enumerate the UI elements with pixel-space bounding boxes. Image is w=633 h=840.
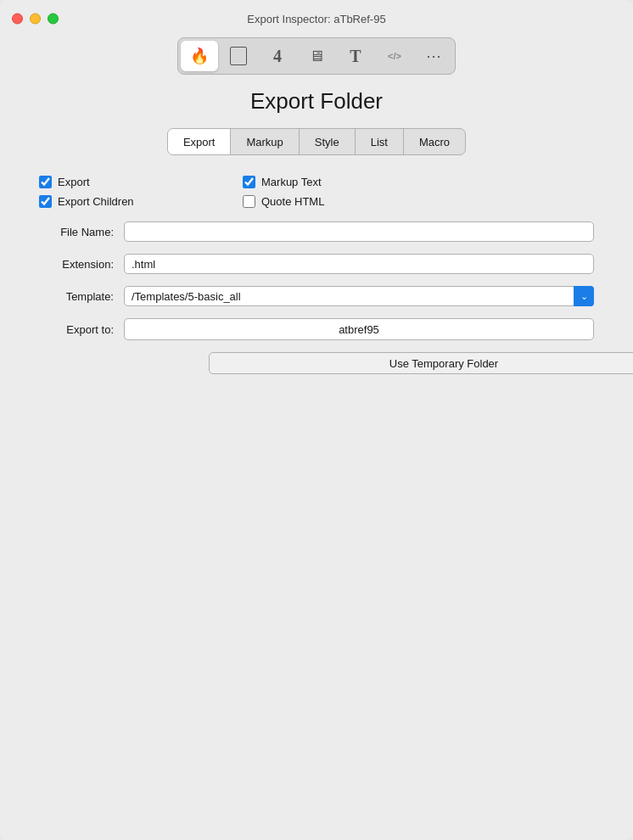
quote-html-checkbox-label[interactable]: Quote HTML	[243, 195, 324, 208]
toolbar-btn-dots[interactable]: ⋯	[415, 41, 452, 71]
tab-list[interactable]: List	[356, 129, 404, 154]
titlebar: Export Inspector: aTbRef-95	[0, 0, 633, 37]
export-to-label: Export to:	[39, 323, 124, 336]
export-checkbox[interactable]	[39, 176, 52, 188]
template-select[interactable]: /Templates/5-basic_all	[124, 286, 594, 306]
checkboxes-section: Export Export Children Markup Text Quote…	[39, 176, 594, 208]
code-icon: </>	[388, 51, 401, 61]
template-label: Template:	[39, 290, 124, 303]
tab-style[interactable]: Style	[300, 129, 356, 154]
window-title: Export Inspector: aTbRef-95	[247, 13, 385, 25]
extension-label: Extension:	[39, 258, 124, 271]
content-area: Export Export Children Markup Text Quote…	[0, 176, 633, 374]
close-button[interactable]	[12, 14, 23, 25]
minimize-button[interactable]	[30, 14, 41, 25]
checkboxes-left: Export Export Children	[39, 176, 209, 208]
markup-text-checkbox-label[interactable]: Markup Text	[243, 176, 324, 188]
toolbar-btn-text[interactable]: T	[337, 41, 374, 71]
flame-icon: 🔥	[190, 47, 209, 65]
temp-folder-row: Use Temporary Folder	[124, 352, 594, 374]
page-icon	[230, 47, 247, 65]
export-to-row: Export to: atbref95	[39, 318, 594, 340]
toolbar-btn-code[interactable]: </>	[376, 41, 413, 71]
toolbar-btn-page[interactable]	[220, 41, 257, 71]
file-name-input[interactable]	[124, 221, 594, 242]
toolbar: 🔥 4 🖥 T </> ⋯	[177, 37, 456, 75]
export-children-checkbox[interactable]	[39, 195, 52, 208]
export-checkbox-label[interactable]: Export	[39, 176, 209, 188]
tab-markup[interactable]: Markup	[231, 129, 299, 154]
text-icon: T	[350, 47, 361, 66]
markup-text-checkbox-text: Markup Text	[261, 176, 322, 188]
quote-html-checkbox-text: Quote HTML	[261, 195, 324, 208]
monitor-icon: 🖥	[309, 48, 324, 65]
toolbar-btn-flame[interactable]: 🔥	[181, 41, 218, 71]
tab-bar: Export Markup Style List Macro	[167, 128, 466, 155]
toolbar-btn-four[interactable]: 4	[259, 41, 296, 71]
four-icon: 4	[273, 47, 282, 66]
toolbar-btn-monitor[interactable]: 🖥	[298, 41, 335, 71]
tab-macro[interactable]: Macro	[404, 129, 465, 154]
export-to-field[interactable]: atbref95	[124, 318, 594, 340]
page-title: Export Folder	[250, 88, 383, 115]
export-checkbox-text: Export	[58, 176, 90, 188]
template-row: Template: /Templates/5-basic_all ⌄	[39, 286, 594, 306]
export-children-checkbox-label[interactable]: Export Children	[39, 195, 209, 208]
template-select-wrapper: /Templates/5-basic_all ⌄	[124, 286, 594, 306]
export-to-value: atbref95	[339, 323, 379, 336]
main-window: Export Inspector: aTbRef-95 🔥 4 🖥 T </> …	[0, 0, 633, 840]
markup-text-checkbox[interactable]	[243, 176, 255, 188]
temp-folder-label: Use Temporary Folder	[389, 357, 498, 370]
quote-html-checkbox[interactable]	[243, 195, 255, 208]
tab-export[interactable]: Export	[168, 129, 232, 154]
extension-row: Extension:	[39, 254, 594, 274]
maximize-button[interactable]	[48, 14, 59, 25]
export-children-checkbox-text: Export Children	[58, 195, 134, 208]
dots-icon: ⋯	[426, 47, 441, 65]
file-name-label: File Name:	[39, 226, 124, 238]
traffic-lights	[12, 14, 59, 25]
checkboxes-right: Markup Text Quote HTML	[243, 176, 324, 208]
use-temporary-folder-button[interactable]: Use Temporary Folder	[209, 352, 633, 374]
file-name-row: File Name:	[39, 221, 594, 242]
extension-input[interactable]	[124, 254, 594, 274]
